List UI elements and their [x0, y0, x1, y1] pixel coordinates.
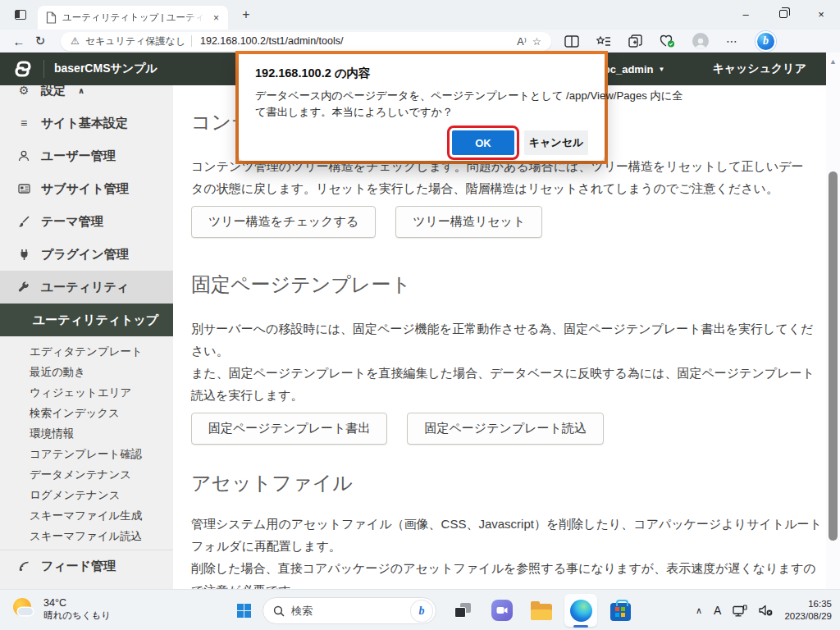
- collections-icon[interactable]: [628, 34, 642, 48]
- sidebar-item-settings[interactable]: ⚙ 設定 ∧: [0, 85, 173, 107]
- browser-essentials-icon[interactable]: [660, 34, 675, 48]
- sidebar-item-subsites[interactable]: サブサイト管理: [0, 172, 173, 205]
- sidebar-subitem-recent-activity[interactable]: 最近の動き: [0, 362, 173, 382]
- cache-clear-button[interactable]: キャッシュクリア: [712, 62, 806, 76]
- sidebar-item-utilities[interactable]: ユーティリティ: [0, 271, 173, 304]
- clock-date: 2023/08/29: [784, 610, 832, 623]
- section-heading: 固定ページテンプレート: [191, 272, 806, 296]
- back-button[interactable]: ←: [8, 34, 30, 48]
- tree-reset-button[interactable]: ツリー構造リセット: [395, 206, 542, 238]
- sidebar-subitem-core-template[interactable]: コアテンプレート確認: [0, 444, 173, 464]
- search-placeholder: 検索: [291, 604, 404, 619]
- favorites-hub-icon[interactable]: [596, 35, 611, 48]
- split-screen-icon[interactable]: [564, 35, 579, 48]
- volume-muted-icon[interactable]: [759, 605, 773, 616]
- workspaces-icon: [15, 10, 26, 20]
- bing-chat-icon[interactable]: b: [756, 31, 776, 52]
- tab-actions-menu-icon[interactable]: [10, 4, 31, 25]
- windows-logo-icon: [237, 604, 251, 618]
- read-aloud-icon[interactable]: A⁾: [517, 35, 526, 48]
- sidebar-item-label: プラグイン管理: [41, 247, 129, 262]
- plug-icon: [17, 249, 30, 260]
- sidebar-item-users[interactable]: ユーザー管理: [0, 139, 173, 172]
- refresh-button[interactable]: ↻: [30, 34, 51, 48]
- sidebar-item-label: サイト基本設定: [41, 116, 128, 131]
- chevron-up-icon: ∧: [78, 86, 84, 95]
- not-secure-warning-icon: ⚠: [71, 35, 80, 47]
- sidebar-subitem-environment[interactable]: 環境情報: [0, 423, 173, 444]
- browser-titlebar: ユーティリティトップ | ユーティリティ | シ × + – ×: [0, 0, 840, 30]
- system-tray: ∧ A 16:35 2023/08/29: [696, 590, 832, 630]
- active-app-indicator: [573, 625, 588, 628]
- profile-avatar[interactable]: [692, 33, 709, 49]
- site-brand[interactable]: baserCMSサンプル: [54, 62, 158, 76]
- sidebar-item-label: ユーザー管理: [41, 148, 116, 164]
- network-ethernet-icon[interactable]: [733, 605, 747, 617]
- taskbar-weather-widget[interactable]: 34°C 晴れのちくもり: [11, 596, 111, 621]
- user-name: bc_admin: [604, 63, 654, 75]
- close-button[interactable]: ×: [802, 0, 840, 28]
- page-template-import-button[interactable]: 固定ページテンプレート読込: [407, 413, 603, 445]
- bing-icon[interactable]: b: [411, 600, 432, 622]
- store-bag-icon: [610, 603, 631, 621]
- dialog-ok-button[interactable]: OK: [452, 130, 514, 155]
- file-explorer-button[interactable]: [525, 594, 558, 627]
- scroll-up-icon[interactable]: ▲: [826, 57, 840, 66]
- microsoft-store-button[interactable]: [604, 594, 637, 627]
- dialog-cancel-button[interactable]: キャンセル: [524, 130, 588, 155]
- edge-browser-button[interactable]: [564, 594, 597, 627]
- gear-icon: ⚙: [17, 85, 30, 97]
- section-page-template: 固定ページテンプレート 別サーバーへの移設時には、固定ページ機能を正常動作させる…: [191, 272, 806, 445]
- favorite-star-icon[interactable]: ☆: [532, 35, 541, 48]
- annotation-box-orange: 192.168.100.2 の内容 データベース内のページデータを、ページテンプ…: [235, 51, 608, 164]
- teams-chat-button[interactable]: [486, 594, 518, 627]
- page-template-export-button[interactable]: 固定ページテンプレート書出: [191, 413, 387, 445]
- restore-icon: [779, 10, 788, 18]
- folder-icon: [531, 604, 552, 620]
- security-label[interactable]: セキュリティ保護なし: [85, 34, 185, 48]
- sidebar-subitem-utility-top[interactable]: ユーティリティトップ: [0, 304, 173, 336]
- sidebar-subitem-schema-load[interactable]: スキーマファイル読込: [0, 526, 173, 546]
- tab-close-icon[interactable]: ×: [211, 12, 221, 24]
- tray-chevron-up-icon[interactable]: ∧: [696, 605, 702, 616]
- sidebar-item-feeds[interactable]: フィード管理: [0, 550, 173, 582]
- scrollbar-thumb[interactable]: [829, 171, 838, 541]
- tab-title: ユーティリティトップ | ユーティリティ | シ: [62, 11, 205, 24]
- confirm-dialog: 192.168.100.2 の内容 データベース内のページデータを、ページテンプ…: [239, 54, 605, 161]
- dialog-message: データベース内のページデータを、ページテンプレートとして /app/View/P…: [255, 88, 588, 121]
- minimize-button[interactable]: –: [727, 0, 765, 28]
- page-favicon-icon: [46, 11, 57, 24]
- search-icon: [273, 605, 285, 617]
- sidebar-subitem-widget-area[interactable]: ウィジェットエリア: [0, 382, 173, 403]
- sidebar-item-label: サブサイト管理: [41, 181, 129, 197]
- address-bar[interactable]: ⚠ セキュリティ保護なし 192.168.100.2/tst1/admin/to…: [61, 32, 551, 51]
- window-controls: – ×: [727, 0, 840, 28]
- page-scrollbar[interactable]: ▲: [826, 52, 840, 589]
- task-view-button[interactable]: [446, 594, 479, 627]
- sidebar-item-site-settings[interactable]: ≡ サイト基本設定: [0, 107, 173, 139]
- sidebar-item-label: 設定: [41, 85, 66, 98]
- tree-check-button[interactable]: ツリー構造をチェックする: [191, 206, 376, 238]
- new-tab-button[interactable]: +: [236, 7, 256, 22]
- user-menu[interactable]: bc_admin ▼: [604, 63, 665, 75]
- brush-icon: [17, 216, 30, 227]
- more-menu-icon[interactable]: ⋯: [726, 34, 738, 48]
- sidebar-item-themes[interactable]: テーマ管理: [0, 205, 173, 238]
- restore-button[interactable]: [765, 0, 802, 28]
- browser-tab[interactable]: ユーティリティトップ | ユーティリティ | シ ×: [38, 6, 228, 30]
- sidebar-subitem-schema-generate[interactable]: スキーマファイル生成: [0, 505, 173, 526]
- start-button[interactable]: [231, 598, 256, 623]
- sidebar-subitem-data-maintenance[interactable]: データメンテナンス: [0, 464, 173, 485]
- sidebar-subitem-editor-template[interactable]: エディタテンプレート: [0, 341, 173, 362]
- taskbar-search-box[interactable]: 検索 b: [262, 597, 436, 624]
- ime-mode-indicator[interactable]: A: [714, 604, 721, 617]
- taskbar-clock[interactable]: 16:35 2023/08/29: [784, 598, 832, 623]
- taskbar-app-icons: [446, 594, 637, 627]
- sidebar-item-plugins[interactable]: プラグイン管理: [0, 238, 173, 271]
- chevron-down-icon: ▼: [658, 66, 664, 73]
- sidebar-subitem-search-index[interactable]: 検索インデックス: [0, 403, 173, 423]
- sidebar-subitem-log-maintenance[interactable]: ログメンテナンス: [0, 485, 173, 505]
- url-text[interactable]: 192.168.100.2/tst1/admin/tools/: [191, 35, 511, 47]
- weather-temperature: 34°C: [43, 597, 111, 609]
- sidebar-item-label: テーマ管理: [41, 214, 103, 230]
